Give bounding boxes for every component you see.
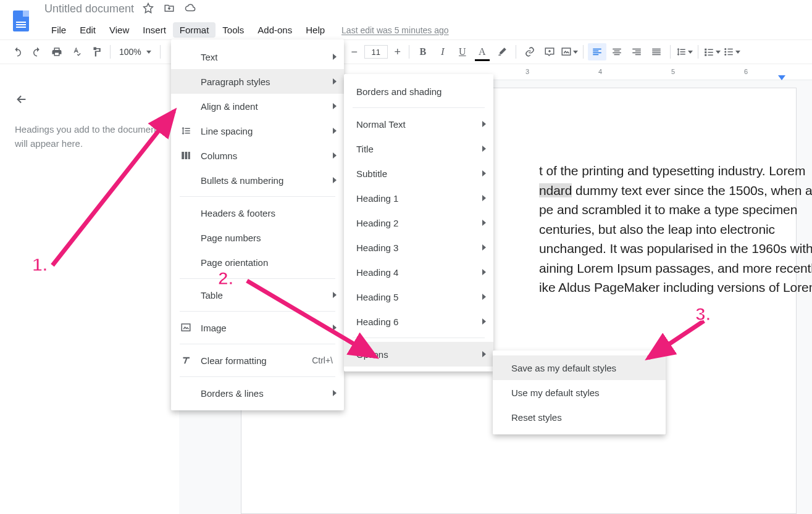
- font-size-stepper[interactable]: − 11 +: [347, 44, 405, 59]
- zoom-select[interactable]: 100%: [114, 47, 156, 57]
- line-spacing-icon: [180, 125, 192, 136]
- caret-down-icon: [573, 51, 578, 54]
- menu-item-normal-text[interactable]: Normal Text: [344, 112, 493, 136]
- columns-icon: [180, 150, 192, 161]
- decrease-font-button[interactable]: −: [347, 44, 362, 59]
- menu-item-options[interactable]: Options: [344, 342, 493, 367]
- menu-help[interactable]: Help: [299, 22, 332, 38]
- menu-item-heading-5[interactable]: Heading 5: [344, 284, 493, 309]
- last-edit-link[interactable]: Last edit was 5 minutes ago: [341, 25, 449, 35]
- insert-link-button[interactable]: [521, 43, 539, 60]
- menu-item-text[interactable]: Text: [171, 44, 344, 69]
- submenu-arrow-icon: [333, 390, 337, 396]
- menu-item-label: Line spacing: [201, 126, 253, 136]
- spellcheck-button[interactable]: [67, 43, 86, 60]
- align-justify-button[interactable]: [647, 43, 666, 60]
- submenu-arrow-icon: [333, 177, 337, 183]
- menu-item-heading-3[interactable]: Heading 3: [344, 235, 493, 260]
- italic-button[interactable]: I: [433, 43, 452, 60]
- paint-format-button[interactable]: [87, 43, 106, 60]
- menu-item-borders-and-shading[interactable]: Borders and shading: [344, 79, 493, 104]
- menu-item-label: Title: [356, 144, 374, 154]
- menu-item-page-orientation[interactable]: Page orientation: [171, 250, 344, 275]
- menu-item-heading-6[interactable]: Heading 6: [344, 309, 493, 334]
- menu-item-table[interactable]: Table: [171, 283, 344, 307]
- menu-item-label: Page numbers: [201, 233, 261, 243]
- toolbar: 100% − 11 + B I U A: [0, 39, 812, 64]
- menu-format[interactable]: Format: [173, 22, 216, 38]
- align-left-button[interactable]: [588, 43, 606, 60]
- submenu-arrow-icon: [333, 103, 337, 109]
- menu-tools[interactable]: Tools: [216, 22, 251, 38]
- menu-addons[interactable]: Add-ons: [251, 22, 299, 38]
- checklist-button[interactable]: [703, 43, 721, 60]
- paragraph-styles-submenu: Borders and shadingNormal TextTitleSubti…: [344, 74, 493, 371]
- menu-item-clear-formatting[interactable]: Clear formattingCtrl+\: [171, 348, 344, 373]
- print-button[interactable]: [48, 43, 66, 60]
- options-submenu: Save as my default stylesUse my default …: [493, 350, 666, 434]
- menu-item-heading-2[interactable]: Heading 2: [344, 210, 493, 235]
- menu-item-label: Paragraph styles: [201, 77, 270, 87]
- undo-button[interactable]: [8, 43, 27, 60]
- cloud-status-icon[interactable]: [185, 2, 196, 15]
- caret-down-icon: [146, 51, 151, 54]
- menu-view[interactable]: View: [103, 22, 136, 38]
- header: Untitled document File Edit View Insert …: [0, 0, 812, 39]
- menu-item-heading-1[interactable]: Heading 1: [344, 186, 493, 210]
- menu-item-label: Options: [356, 349, 388, 360]
- menu-item-line-spacing[interactable]: Line spacing: [171, 118, 344, 143]
- submenu-arrow-icon: [333, 78, 337, 85]
- move-icon[interactable]: [164, 2, 175, 15]
- image-icon: [180, 322, 192, 333]
- menu-item-label: Heading 3: [356, 242, 398, 253]
- insert-image-button[interactable]: [560, 43, 579, 60]
- document-body[interactable]: t of the printing and typesetting indust…: [539, 161, 812, 297]
- menu-item-subtitle[interactable]: Subtitle: [344, 161, 493, 186]
- menu-item-reset-styles[interactable]: Reset styles: [493, 405, 666, 429]
- menu-insert[interactable]: Insert: [136, 22, 173, 38]
- text-color-button[interactable]: A: [473, 43, 492, 60]
- menu-item-headers-footers[interactable]: Headers & footers: [171, 201, 344, 225]
- menu-item-use-my-default-styles[interactable]: Use my default styles: [493, 380, 666, 405]
- star-icon[interactable]: [143, 2, 154, 15]
- submenu-arrow-icon: [333, 128, 337, 134]
- menu-item-heading-4[interactable]: Heading 4: [344, 260, 493, 284]
- menu-file[interactable]: File: [44, 22, 73, 38]
- svg-rect-6: [188, 152, 190, 159]
- menu-item-image[interactable]: Image: [171, 315, 344, 340]
- increase-font-button[interactable]: +: [390, 44, 405, 59]
- menu-item-label: Use my default styles: [511, 388, 600, 398]
- redo-button[interactable]: [28, 43, 46, 60]
- menu-edit[interactable]: Edit: [73, 22, 103, 38]
- menu-item-borders-lines[interactable]: Borders & lines: [171, 381, 344, 405]
- submenu-arrow-icon: [482, 146, 486, 152]
- align-right-button[interactable]: [627, 43, 646, 60]
- svg-rect-7: [182, 324, 190, 331]
- menu-item-save-as-my-default-styles[interactable]: Save as my default styles: [493, 355, 666, 380]
- align-center-button[interactable]: [608, 43, 626, 60]
- submenu-arrow-icon: [482, 170, 486, 176]
- menu-item-label: Image: [201, 323, 227, 333]
- menu-item-label: Heading 5: [356, 292, 398, 302]
- clear-icon: [180, 355, 192, 366]
- document-title[interactable]: Untitled document: [44, 2, 134, 15]
- menu-item-page-numbers[interactable]: Page numbers: [171, 225, 344, 250]
- insert-comment-button[interactable]: [540, 43, 559, 60]
- menu-item-columns[interactable]: Columns: [171, 143, 344, 168]
- submenu-arrow-icon: [482, 244, 486, 251]
- highlight-button[interactable]: [493, 43, 511, 60]
- format-menu-dropdown: TextParagraph stylesAlign & indentLine s…: [171, 39, 344, 410]
- right-indent-marker[interactable]: [778, 75, 785, 80]
- menu-item-title[interactable]: Title: [344, 136, 493, 161]
- menu-item-paragraph-styles[interactable]: Paragraph styles: [171, 69, 344, 94]
- bold-button[interactable]: B: [414, 43, 432, 60]
- line-spacing-button[interactable]: [675, 43, 693, 60]
- hide-outline-button[interactable]: [15, 93, 164, 108]
- svg-point-1: [724, 48, 726, 50]
- underline-button[interactable]: U: [453, 43, 472, 60]
- docs-logo[interactable]: [9, 6, 33, 36]
- menu-item-align-indent[interactable]: Align & indent: [171, 94, 344, 118]
- bulleted-list-button[interactable]: [722, 43, 741, 60]
- font-size-value[interactable]: 11: [364, 45, 388, 59]
- menu-item-bullets-numbering[interactable]: Bullets & numbering: [171, 168, 344, 193]
